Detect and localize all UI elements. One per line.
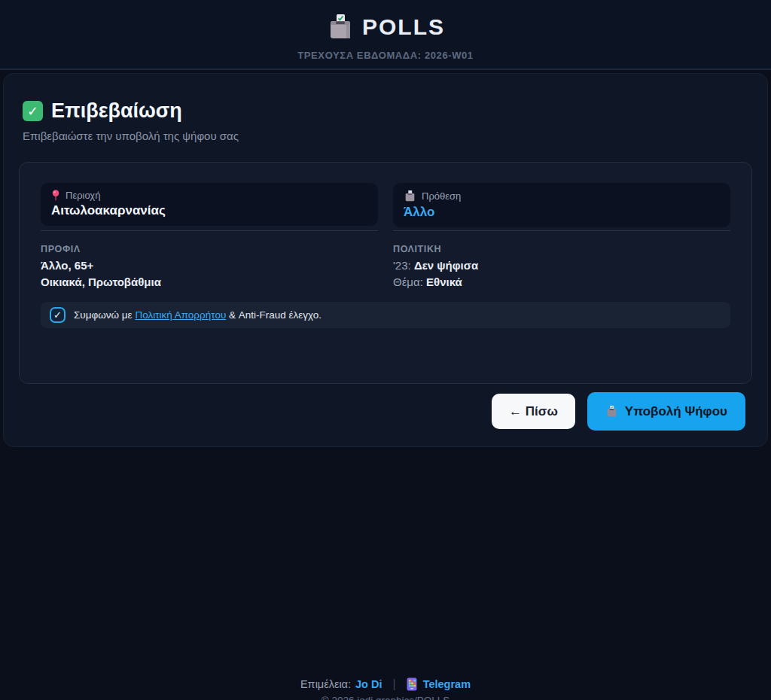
intention-label-row: Πρόθεση [404, 190, 720, 202]
politics-line-2-value: Εθνικά [426, 275, 462, 288]
phone-icon [407, 677, 417, 691]
profile-line-1: Άλλο, 65+ [41, 258, 378, 273]
intention-field: Πρόθεση Άλλο [393, 183, 730, 231]
region-label: Περιοχή [66, 190, 100, 201]
intention-value: Άλλο [404, 205, 720, 220]
consent-text-before: Συμφωνώ με [74, 309, 135, 321]
vote-summary-card: Περιοχή Αιτωλοακαρνανίας Πρόθεση [19, 162, 752, 384]
politics-line-1: '23: Δεν ψήφισα [393, 258, 730, 273]
app-header: POLLS ΤΡΕΧΟΥΣΑ ΕΒΔΟΜΑΔΑ: 2026-W01 [0, 0, 771, 70]
profile-line-2: Οικιακά, Πρωτοβάθμια [41, 275, 378, 290]
consent-text-after: & Anti-Fraud έλεγχο. [226, 309, 322, 321]
politics-line-1-prefix: '23: [393, 259, 414, 272]
region-field: Περιοχή Αιτωλοακαρνανίας [41, 183, 378, 231]
credit-line: Επιμέλεια: Jo Di | Telegram [0, 677, 771, 691]
consent-checkbox[interactable]: ✓ [50, 307, 66, 323]
intention-field-box: Πρόθεση Άλλο [393, 183, 730, 227]
politics-line-2: Θέμα: Εθνικά [393, 275, 730, 290]
telegram-link-group: Telegram [407, 677, 471, 691]
submit-vote-label: Υποβολή Ψήφου [625, 404, 727, 419]
region-field-box: Περιοχή Αιτωλοακαρνανίας [41, 183, 378, 226]
intention-label: Πρόθεση [422, 190, 461, 202]
submit-vote-button[interactable]: Υποβολή Ψήφου [587, 392, 745, 431]
profile-section: ΠΡΟΦΙΛ Άλλο, 65+ Οικιακά, Πρωτοβάθμια [41, 244, 378, 290]
telegram-link[interactable]: Telegram [423, 678, 471, 690]
pin-icon [51, 190, 60, 201]
politics-section-label: ΠΟΛΙΤΙΚΗ [393, 244, 730, 254]
actions-row: ← Πίσω Υποβολή Ψήφου [19, 392, 752, 431]
page-subtitle: Επιβεβαιώστε την υποβολή της ψήφου σας [19, 129, 752, 142]
profile-section-label: ΠΡΟΦΙΛ [41, 244, 378, 254]
politics-line-2-prefix: Θέμα: [393, 275, 426, 288]
copyright: © 2026 jodi.graphics/POLLS [0, 695, 771, 700]
consent-text: Συμφωνώ με Πολιτική Απορρήτου & Anti-Fra… [74, 309, 322, 321]
region-value: Αιτωλοακαρνανίας [51, 203, 367, 218]
summary-fields: Περιοχή Αιτωλοακαρνανίας Πρόθεση [41, 183, 730, 231]
page-title-row: ✓ Επιβεβαίωση [19, 99, 752, 123]
credit-label: Επιμέλεια: [300, 678, 351, 690]
consent-row: ✓ Συμφωνώ με Πολιτική Απορρήτου & Anti-F… [41, 302, 730, 328]
green-check-icon: ✓ [23, 101, 43, 121]
privacy-policy-link[interactable]: Πολιτική Απορρήτου [135, 309, 226, 321]
app-title: POLLS [362, 14, 445, 40]
politics-line-1-value: Δεν ψήφισα [414, 259, 478, 272]
current-week-label: ΤΡΕΧΟΥΣΑ ΕΒΔΟΜΑΔΑ: 2026-W01 [0, 45, 771, 68]
summary-sections: ΠΡΟΦΙΛ Άλλο, 65+ Οικιακά, Πρωτοβάθμια ΠΟ… [41, 244, 730, 290]
region-label-row: Περιοχή [51, 190, 367, 201]
logo-row: POLLS [0, 9, 771, 45]
back-button[interactable]: ← Πίσω [492, 394, 575, 429]
ballot-box-icon [326, 13, 355, 41]
footer: Επιμέλεια: Jo Di | Telegram © 2026 jodi.… [0, 677, 771, 700]
page-title: Επιβεβαίωση [51, 99, 182, 123]
confirmation-panel: ✓ Επιβεβαίωση Επιβεβαιώστε την υποβολή τ… [3, 73, 768, 447]
politics-section: ΠΟΛΙΤΙΚΗ '23: Δεν ψήφισα Θέμα: Εθνικά [393, 244, 730, 290]
ballot-box-icon [404, 190, 416, 202]
credit-author-link[interactable]: Jo Di [355, 678, 382, 690]
footer-divider: | [391, 677, 397, 691]
ballot-box-icon [605, 405, 618, 418]
